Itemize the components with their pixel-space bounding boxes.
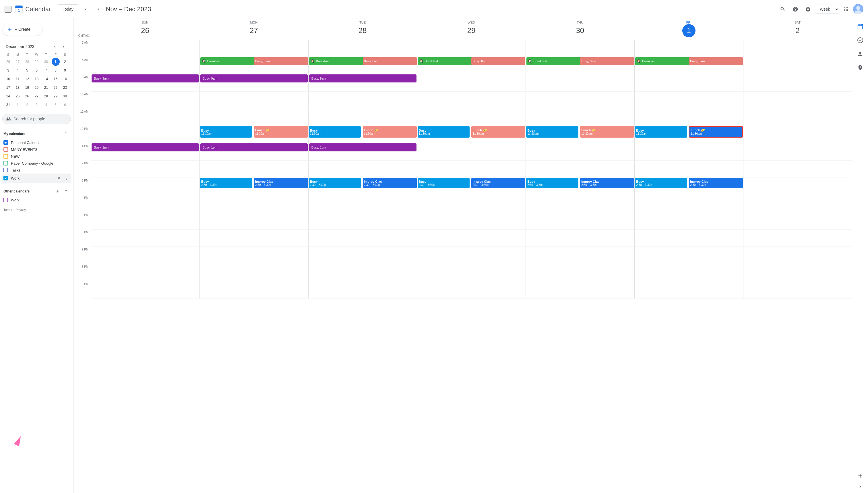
apps-button[interactable] [841, 3, 852, 15]
col-thu-9am[interactable] [526, 74, 634, 92]
col-wed-2pm[interactable] [417, 160, 526, 178]
mini-day-22[interactable]: 22 [52, 84, 60, 92]
col-wed-5pm[interactable] [417, 212, 526, 230]
event-busy-mon-lunch[interactable]: Busy 11:30am – [200, 126, 252, 137]
col-tue-6pm[interactable] [308, 230, 417, 247]
col-fri-5pm[interactable] [634, 212, 743, 230]
view-selector[interactable]: Week Day Month Year [815, 5, 839, 14]
col-sun-12pm[interactable] [91, 126, 200, 143]
event-busy-tue-3pm[interactable]: Busy 2:30 – 3:30p [309, 178, 361, 188]
mini-day-9[interactable]: 9 [61, 66, 69, 74]
col-wed-9pm[interactable] [417, 281, 526, 299]
mini-day-7[interactable]: 7 [42, 66, 50, 74]
day-num-2[interactable]: 2 [791, 24, 804, 37]
mini-day-2[interactable]: 2 [61, 58, 69, 66]
event-busy-mon-1pm[interactable]: Busy, 1pm [200, 143, 308, 151]
mini-cal-next[interactable]: › [60, 43, 67, 50]
event-lunch-fri[interactable]: Lunch 🌮 11:30am – [689, 126, 743, 137]
other-calendars-toggle[interactable]: ⌃ [62, 187, 70, 195]
event-busy-wed-8am[interactable]: Busy, 8am [471, 57, 525, 65]
right-panel-plus-icon[interactable] [854, 470, 866, 481]
help-button[interactable] [790, 3, 801, 15]
tasks-checkbox[interactable] [3, 168, 8, 172]
col-thu-6pm[interactable] [526, 230, 634, 247]
mini-day-1[interactable]: 1 [52, 58, 60, 66]
mini-day-25[interactable]: 25 [14, 92, 22, 100]
col-fri-9am[interactable] [634, 74, 743, 92]
day-header-mon[interactable]: MON 27 [200, 18, 308, 40]
day-num-30[interactable]: 30 [573, 24, 587, 37]
col-sat-5pm[interactable] [743, 212, 852, 230]
mini-day-26[interactable]: 26 [23, 92, 31, 100]
paper-checkbox[interactable] [3, 161, 8, 166]
col-tue-8pm[interactable] [308, 264, 417, 281]
col-fri-7am[interactable] [634, 40, 743, 57]
mini-day-8[interactable]: 8 [52, 66, 60, 74]
col-fri-8am[interactable]: 🍳 Breakfast Busy, 8am [634, 57, 743, 74]
event-improv-thu[interactable]: Improv Clas 2:30 – 3:30p [580, 178, 634, 188]
col-thu-12pm[interactable]: Busy 11:30am – Lunch 🌮 11:30am – [526, 126, 634, 143]
event-lunch-mon[interactable]: Lunch 🌮 11:30am – [254, 126, 308, 137]
event-busy-sun-1pm[interactable]: Busy, 1pm [92, 143, 199, 151]
event-busy-tue-8am[interactable]: Busy, 8am [363, 57, 417, 65]
event-busy-thu-lunch[interactable]: Busy 11:30am – [526, 126, 578, 137]
col-thu-8pm[interactable] [526, 264, 634, 281]
terms-link[interactable]: Terms [3, 208, 12, 211]
col-thu-7pm[interactable] [526, 247, 634, 264]
col-wed-8pm[interactable] [417, 264, 526, 281]
event-lunch-tue[interactable]: Lunch 🌮 11:30am – [363, 126, 417, 137]
mini-day-27[interactable]: 27 [33, 92, 41, 100]
mini-day-24[interactable]: 24 [4, 92, 12, 100]
mini-day-6[interactable]: 6 [33, 66, 41, 74]
mini-day-4[interactable]: 4 [14, 66, 22, 74]
day-num-29[interactable]: 29 [465, 24, 478, 37]
event-improv-mon[interactable]: Improv Clas 2:30 – 3:30p [254, 178, 308, 188]
day-num-1[interactable]: 1 [682, 24, 695, 37]
right-panel-calendar-icon[interactable] [854, 21, 866, 32]
col-sun-7pm[interactable] [91, 247, 200, 264]
day-header-wed[interactable]: WED 29 [417, 18, 526, 40]
col-fri-12pm[interactable]: Busy 11:30am – Lunch 🌮 11:30am – [634, 126, 743, 143]
col-fri-1pm[interactable] [634, 143, 743, 160]
col-tue-10am[interactable] [308, 92, 417, 109]
col-thu-11am[interactable] [526, 109, 634, 126]
my-calendars-title[interactable]: My calendars [3, 132, 25, 136]
col-thu-4pm[interactable] [526, 195, 634, 212]
menu-button[interactable] [5, 6, 12, 13]
col-wed-4pm[interactable] [417, 195, 526, 212]
mini-day-28[interactable]: 28 [42, 92, 50, 100]
col-tue-1pm[interactable]: Busy, 1pm [308, 143, 417, 160]
right-panel-check-icon[interactable] [854, 35, 866, 46]
col-sun-5pm[interactable] [91, 212, 200, 230]
work-more-button[interactable]: ⋮ [63, 175, 70, 181]
calendar-item-other-work[interactable]: Work [2, 196, 71, 203]
mini-day-15[interactable]: 15 [52, 75, 60, 83]
mini-day-3j[interactable]: 3 [33, 101, 41, 109]
mini-day-12[interactable]: 12 [23, 75, 31, 83]
col-wed-7pm[interactable] [417, 247, 526, 264]
col-sat-10am[interactable] [743, 92, 852, 109]
work-checkbox[interactable] [3, 176, 8, 180]
col-sat-9am[interactable] [743, 74, 852, 92]
mini-day-17[interactable]: 17 [4, 84, 12, 92]
col-mon-8pm[interactable] [200, 264, 308, 281]
create-button[interactable]: + Create [2, 23, 43, 36]
col-sun-9pm[interactable] [91, 281, 200, 299]
event-busy-fri-8am[interactable]: Busy, 8am [689, 57, 743, 65]
col-wed-6pm[interactable] [417, 230, 526, 247]
col-mon-5pm[interactable] [200, 212, 308, 230]
other-work-checkbox[interactable] [3, 198, 8, 202]
col-thu-9pm[interactable] [526, 281, 634, 299]
day-num-26[interactable]: 26 [138, 24, 152, 37]
settings-button[interactable] [802, 3, 814, 15]
day-header-sun[interactable]: SUN 26 [91, 18, 200, 40]
col-mon-3pm[interactable]: Busy 2:30 – 3:30p Improv Clas 2:30 – 3:3… [200, 178, 308, 195]
mini-day-20[interactable]: 20 [33, 84, 41, 92]
col-tue-12pm[interactable]: Busy 11:30am – Lunch 🌮 11:30am – [308, 126, 417, 143]
mini-day-21[interactable]: 21 [42, 84, 50, 92]
col-thu-7am[interactable] [526, 40, 634, 57]
mini-day-23[interactable]: 23 [61, 84, 69, 92]
col-sun-10am[interactable] [91, 92, 200, 109]
col-mon-6pm[interactable] [200, 230, 308, 247]
col-wed-9am[interactable] [417, 74, 526, 92]
